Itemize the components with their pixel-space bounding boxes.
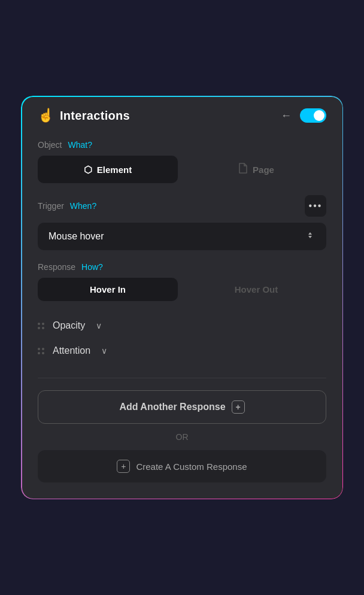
hover-out-tab[interactable]: Hover Out [186, 278, 326, 301]
object-section: Object What? ⬡ Element Page [38, 140, 326, 183]
or-divider: OR [38, 432, 326, 442]
opacity-chevron: ∨ [96, 321, 102, 330]
panel-inner: ☝ Interactions ← Object What? ⬡ Element [21, 96, 343, 499]
opacity-item[interactable]: Opacity ∨ [38, 313, 326, 338]
trigger-hint: When? [70, 201, 96, 211]
response-label-row: Response How? [38, 262, 326, 272]
page-button-label: Page [253, 165, 274, 175]
trigger-label-row: Trigger When? ••• [38, 195, 326, 217]
custom-response-plus-icon: + [117, 460, 130, 473]
trigger-left: Trigger When? [38, 201, 96, 211]
divider [38, 378, 326, 378]
response-section: Response How? Hover In Hover Out [38, 262, 326, 301]
add-response-button[interactable]: Add Another Response + [38, 390, 326, 424]
more-options-button[interactable]: ••• [305, 195, 326, 217]
attention-drag-handle[interactable] [38, 348, 44, 354]
panel-title: Interactions [60, 109, 130, 123]
response-hint: How? [81, 262, 103, 272]
add-response-plus-icon: + [232, 400, 245, 414]
header-right: ← [281, 108, 326, 123]
response-tabs: Hover In Hover Out [38, 278, 326, 301]
response-items: Opacity ∨ Attention ∨ [38, 313, 326, 363]
object-buttons: ⬡ Element Page [38, 156, 326, 183]
interactions-panel: ☝ Interactions ← Object What? ⬡ Element [20, 95, 344, 500]
element-button-label: Element [97, 165, 132, 175]
hover-in-tab[interactable]: Hover In [38, 278, 178, 301]
element-icon: ⬡ [84, 164, 92, 175]
attention-item[interactable]: Attention ∨ [38, 338, 326, 363]
more-options-icon: ••• [309, 201, 323, 211]
object-hint: What? [68, 140, 92, 150]
object-label-row: Object What? [38, 140, 326, 150]
trigger-dropdown[interactable]: Mouse hover [38, 223, 326, 250]
page-button[interactable]: Page [186, 156, 326, 183]
attention-label: Attention [53, 345, 90, 356]
back-icon[interactable]: ← [281, 110, 292, 122]
response-label: Response [38, 262, 75, 272]
add-response-label: Add Another Response [119, 402, 225, 412]
attention-chevron: ∨ [101, 346, 107, 356]
header-left: ☝ Interactions [38, 108, 130, 123]
object-label: Object [38, 140, 62, 150]
opacity-drag-handle[interactable] [38, 323, 44, 329]
page-icon [238, 163, 248, 176]
trigger-section: Trigger When? ••• Mouse hover [38, 195, 326, 250]
sort-icon [305, 230, 316, 243]
custom-response-button[interactable]: + Create A Custom Response [38, 450, 326, 482]
panel-header: ☝ Interactions ← [38, 108, 326, 123]
custom-response-label: Create A Custom Response [136, 462, 247, 472]
toggle-switch[interactable] [300, 108, 326, 123]
trigger-label: Trigger [38, 201, 64, 211]
opacity-label: Opacity [53, 320, 85, 331]
trigger-value: Mouse hover [48, 231, 104, 242]
element-button[interactable]: ⬡ Element [38, 156, 178, 183]
interactions-icon: ☝ [38, 108, 54, 123]
